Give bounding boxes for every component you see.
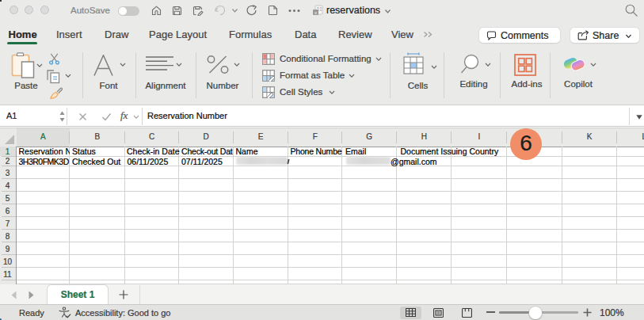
svg-text:x: x <box>314 10 317 15</box>
